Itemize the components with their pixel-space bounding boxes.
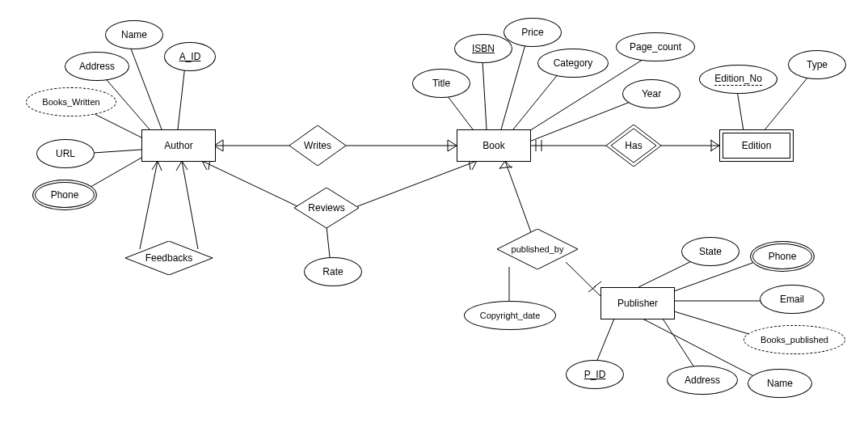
svg-line-49 [499,167,512,168]
svg-line-18 [202,161,207,170]
rel-reviews-label: Reviews [308,202,344,214]
attr-author-name[interactable]: Name [105,20,163,49]
er-diagram: Author Book Edition Publisher Writes Rev… [0,0,868,440]
attr-publisher-address[interactable]: Address [667,366,738,395]
entity-book[interactable]: Book [457,129,531,162]
attr-book-isbn-label: ISBN [472,43,495,54]
svg-line-25 [152,161,158,170]
svg-line-0 [129,44,162,129]
attr-edition-type[interactable]: Type [788,50,846,79]
entity-edition[interactable]: Edition [719,129,794,162]
svg-line-11 [448,140,457,146]
svg-line-51 [588,286,596,292]
rel-feedbacks-label: Feedbacks [145,252,193,264]
attr-publisher-name[interactable]: Name [748,369,812,398]
attr-publisher-books-published[interactable]: Books_published [744,325,845,354]
svg-line-15 [356,161,477,207]
attr-copyright-date-label: Copyright_date [480,311,541,320]
svg-line-48 [505,161,512,168]
rel-published-by[interactable]: published_by [497,229,578,269]
attr-publisher-name-label: Name [767,378,793,389]
rel-published-by-label: published_by [512,244,564,254]
svg-line-21 [472,161,477,170]
svg-line-28 [182,161,188,170]
rel-has-label: Has [625,140,642,151]
entity-author-label: Author [164,140,192,151]
attr-publisher-email[interactable]: Email [760,285,824,314]
rel-has[interactable]: Has [606,125,661,167]
attr-reviews-rate-label: Rate [322,266,343,277]
rel-writes-label: Writes [304,140,331,151]
attr-publisher-phone-label: Phone [769,251,797,262]
attr-copyright-date[interactable]: Copyright_date [464,301,556,330]
svg-line-16 [327,226,330,257]
attr-book-title[interactable]: Title [412,69,470,98]
attr-book-isbn[interactable]: ISBN [454,34,512,63]
attr-author-address[interactable]: Address [65,52,129,81]
svg-line-23 [140,161,158,249]
attr-author-aid-label: A_ID [179,51,201,62]
attr-publisher-state-label: State [699,246,722,257]
svg-line-12 [448,146,457,151]
rel-reviews[interactable]: Reviews [294,188,359,228]
svg-line-24 [182,161,198,249]
attr-publisher-pid-label: P_ID [584,369,606,380]
attr-author-url[interactable]: URL [36,139,95,168]
attr-publisher-books-published-label: Books_published [761,335,828,345]
attr-book-year-label: Year [642,88,661,99]
entity-edition-label: Edition [742,140,772,151]
attr-publisher-phone[interactable]: Phone [750,241,815,272]
attr-edition-no-label: Edition_No [714,73,762,86]
attr-publisher-state[interactable]: State [681,237,739,266]
attr-edition-no[interactable]: Edition_No [699,65,777,94]
attr-reviews-rate[interactable]: Rate [304,257,362,286]
svg-line-14 [202,161,299,207]
attr-author-phone[interactable]: Phone [32,180,97,210]
attr-book-title-label: Title [432,78,450,89]
rel-feedbacks[interactable]: Feedbacks [125,241,213,275]
svg-line-44 [505,161,532,235]
svg-line-42 [737,91,744,131]
rel-writes[interactable]: Writes [289,125,346,166]
entity-publisher[interactable]: Publisher [600,287,675,319]
attr-publisher-pid[interactable]: P_ID [566,360,624,389]
attr-author-name-label: Name [121,29,147,40]
entity-publisher-label: Publisher [617,298,658,309]
attr-edition-type-label: Type [807,59,828,70]
attr-book-year[interactable]: Year [622,79,680,108]
attr-book-pagecount[interactable]: Page_count [616,32,695,61]
attr-book-category-label: Category [554,57,593,69]
attr-author-books-written[interactable]: Books_Written [26,87,116,116]
attr-author-phone-label: Phone [51,189,79,201]
attr-book-price[interactable]: Price [504,18,562,47]
svg-line-41 [710,146,719,151]
attr-author-url-label: URL [56,148,75,159]
svg-line-47 [499,161,505,169]
attr-book-category[interactable]: Category [537,49,609,78]
svg-line-30 [482,61,487,129]
attr-publisher-address-label: Address [685,374,720,386]
attr-author-address-label: Address [79,61,115,72]
attr-author-books-written-label: Books_Written [42,97,99,107]
svg-line-26 [158,161,162,171]
svg-line-50 [594,281,601,287]
attr-book-pagecount-label: Page_count [630,41,681,53]
svg-line-40 [710,140,719,146]
entity-author[interactable]: Author [141,129,216,162]
svg-line-27 [176,161,182,171]
attr-publisher-email-label: Email [780,294,804,305]
entity-book-label: Book [482,140,504,151]
attr-book-price-label: Price [521,27,543,38]
attr-author-aid[interactable]: A_ID [164,42,216,71]
